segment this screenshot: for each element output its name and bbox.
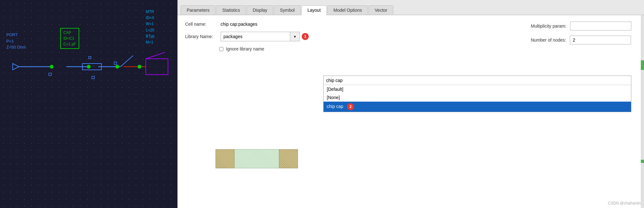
chip-end-left [216, 149, 235, 168]
multiplicity-row: Multiplicity param: [531, 22, 631, 30]
mtr-label: MTR ID=X W=1 L=20 BTyp M=1 [146, 9, 154, 45]
panel-content: Cell name: chip cap:packages Library Nam… [177, 15, 644, 208]
accent-green-2 [641, 160, 644, 163]
dropdown-item-none[interactable]: [None] [324, 93, 631, 102]
badge-2: 2 [347, 103, 354, 110]
nodes-row: Number of nodes: [531, 36, 631, 44]
nodes-input[interactable] [570, 36, 631, 44]
svg-point-10 [138, 65, 141, 69]
chip-end-right [279, 149, 298, 168]
svg-rect-16 [114, 62, 117, 64]
tab-bar: Parameters Statistics Display Symbol Lay… [177, 0, 644, 15]
port-label: PORT P=1 Z=50 Ohm [6, 32, 26, 50]
library-dropdown-arrow[interactable]: ▼ [290, 32, 300, 41]
accent-green [641, 60, 644, 70]
multiplicity-label: Multiplicity param: [531, 23, 566, 29]
multiplicity-input[interactable] [570, 22, 631, 30]
schematic-area: PORT P=1 Z=50 Ohm CAP ID=C1 C=1 pF MTR I… [0, 0, 177, 208]
svg-point-7 [50, 65, 54, 69]
svg-marker-11 [13, 64, 19, 70]
chip-middle [235, 149, 279, 168]
dropdown-search-input[interactable] [324, 76, 631, 85]
library-name-label: Library Name: [185, 34, 217, 39]
badge-1: 1 [302, 33, 309, 40]
tab-parameters[interactable]: Parameters [181, 5, 216, 15]
dropdown-item-default[interactable]: [Default] [324, 85, 631, 93]
svg-rect-12 [146, 59, 168, 75]
cap-box: CAP ID=C1 C=1 pF [60, 28, 79, 49]
chip-cap-preview [216, 148, 298, 170]
cell-name-value: chip cap:packages [221, 22, 257, 27]
nodes-label: Number of nodes: [531, 37, 566, 43]
tab-symbol[interactable]: Symbol [274, 5, 301, 15]
right-col: Multiplicity param: Number of nodes: [531, 22, 631, 44]
right-panel: Parameters Statistics Display Symbol Lay… [177, 0, 644, 208]
tab-layout[interactable]: Layout [301, 5, 327, 15]
cell-name-label: Cell name: [185, 22, 217, 27]
ignore-library-label: Ignore library name [226, 46, 264, 51]
library-name-input[interactable] [221, 32, 290, 41]
tab-vector[interactable]: Vector [369, 5, 393, 15]
svg-rect-14 [49, 73, 51, 76]
svg-line-3 [120, 56, 133, 67]
library-select-container: ▼ 1 [221, 32, 309, 41]
svg-line-13 [146, 52, 165, 59]
package-dropdown: [Default] [None] chip cap 2 [323, 76, 631, 112]
svg-rect-17 [89, 57, 91, 59]
ignore-library-row: Ignore library name [219, 46, 636, 51]
dropdown-item-chip-cap[interactable]: chip cap 2 [324, 102, 631, 112]
tab-display[interactable]: Display [247, 5, 273, 15]
right-accent [641, 15, 644, 208]
svg-rect-15 [92, 76, 94, 79]
watermark: CSDN @chaihanlin [608, 201, 641, 205]
svg-point-8 [87, 65, 91, 69]
tab-model-options[interactable]: Model Options [327, 5, 368, 15]
ignore-library-checkbox[interactable] [219, 47, 223, 51]
svg-point-9 [115, 65, 119, 69]
tab-statistics[interactable]: Statistics [216, 5, 246, 15]
